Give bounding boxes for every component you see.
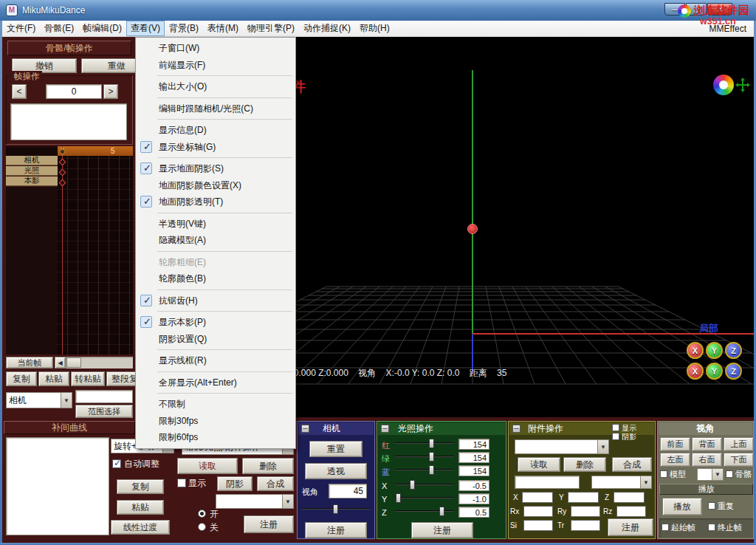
play-button[interactable]: 播放	[662, 498, 702, 515]
model-view-checkbox[interactable]	[660, 470, 667, 478]
axis-y-button[interactable]: Y	[706, 342, 723, 359]
light-z-slider[interactable]	[395, 507, 454, 516]
light-x-value[interactable]: -0.5	[458, 480, 489, 491]
model-shadow-button[interactable]: 阴影	[217, 476, 252, 491]
view-right-button[interactable]: 右面	[692, 453, 722, 467]
menubar-item-motion-capture[interactable]: 动作捕捉(K)	[299, 21, 355, 36]
menu-item-shadow-settings[interactable]: 阴影设置(Q)	[137, 331, 295, 348]
acc-ry-field[interactable]	[571, 506, 600, 517]
physics-off-radio[interactable]	[198, 523, 206, 531]
menu-item-ground-shadow-color[interactable]: 地面阴影颜色设置(X)	[137, 177, 295, 194]
frame-prev-button[interactable]: <	[12, 84, 27, 99]
menu-item-antialias[interactable]: 抗锯齿(H)	[137, 292, 295, 309]
acc-y-field[interactable]	[568, 492, 599, 503]
axis-z-button[interactable]: Z	[725, 342, 742, 359]
timeline-scrollbar-thumb[interactable]	[66, 357, 81, 368]
axis-x-button[interactable]: X	[687, 342, 704, 359]
menu-item-show-axis[interactable]: 显示坐标轴(G)	[137, 139, 295, 156]
menu-item-ground-shadow-transparent[interactable]: 地面阴影透明(T)	[137, 193, 295, 210]
menu-item-fps-60[interactable]: 限制60fps	[137, 429, 295, 446]
end-frame-checkbox[interactable]	[708, 524, 715, 531]
collapse-button[interactable]: ─	[381, 425, 389, 433]
interp-paste-button[interactable]: 粘贴	[117, 500, 164, 515]
accessory-load-button[interactable]: 读取	[518, 457, 560, 472]
accessory-display-checkbox[interactable]	[612, 424, 619, 431]
timeline-scroll-left-button[interactable]: ◀	[55, 357, 66, 369]
auto-adjust-checkbox[interactable]	[112, 459, 121, 468]
edit-target-select[interactable]: 相机 ▼	[6, 392, 72, 408]
bone-view-checkbox[interactable]	[726, 470, 733, 478]
menubar-item-file[interactable]: 文件(F)	[2, 21, 40, 36]
axis-z-button-local[interactable]: Z	[725, 363, 742, 380]
frame-next-button[interactable]: >	[103, 84, 118, 99]
light-blue-value[interactable]: 154	[458, 465, 489, 476]
timeline-scrollbar[interactable]	[66, 357, 133, 369]
model-register-button[interactable]: 注册	[244, 515, 294, 533]
menu-item-display-info[interactable]: 显示信息(D)	[137, 122, 295, 139]
view-left-button[interactable]: 左面	[660, 453, 690, 467]
menu-item-output-size[interactable]: 输出大小(O)	[137, 78, 295, 95]
axis-x-button-local[interactable]: X	[687, 363, 704, 380]
menu-item-outline-color[interactable]: 轮廓颜色(B)	[137, 270, 295, 287]
accessory-select[interactable]: ▼	[515, 439, 609, 454]
slider-thumb[interactable]	[429, 452, 434, 462]
slider-thumb[interactable]	[410, 480, 415, 490]
view-back-button[interactable]: 背面	[692, 437, 722, 451]
light-blue-slider[interactable]	[395, 465, 454, 475]
copy-button[interactable]: 复制	[6, 371, 37, 386]
menubar-item-expression[interactable]: 表情(M)	[203, 21, 243, 36]
menu-item-fullscreen[interactable]: 全屏显示(Alt+Enter)	[137, 374, 295, 391]
acc-si-field[interactable]	[523, 520, 553, 531]
menubar-item-physics[interactable]: 物理引擎(P)	[243, 21, 299, 36]
collapse-button[interactable]: ─	[512, 425, 520, 433]
accessory-shadow-checkbox[interactable]	[612, 433, 619, 440]
menu-item-semi-transparent[interactable]: 半透明(V键)	[137, 216, 295, 233]
acc-z-field[interactable]	[614, 492, 645, 503]
light-green-slider[interactable]	[395, 452, 454, 462]
repeat-checkbox[interactable]	[708, 502, 715, 510]
light-red-slider[interactable]	[395, 439, 454, 448]
acc-rx-field[interactable]	[523, 506, 553, 517]
model-display-checkbox[interactable]	[177, 479, 186, 487]
accessory-delete-button[interactable]: 删除	[563, 457, 606, 472]
accessory-merge-button[interactable]: 合成	[612, 457, 652, 472]
view-front-button[interactable]: 前面	[660, 437, 690, 451]
menu-item-fps-30[interactable]: 限制30fps	[137, 413, 295, 430]
fov-field[interactable]: 45	[329, 484, 367, 498]
light-red-value[interactable]: 154	[458, 439, 489, 450]
slider-thumb[interactable]	[333, 504, 338, 514]
accessory-bind-select[interactable]: ▼	[591, 476, 652, 489]
paste-button[interactable]: 粘贴	[38, 371, 69, 386]
interp-copy-button[interactable]: 复制	[117, 479, 164, 494]
origin-marker[interactable]	[467, 224, 478, 234]
model-sub-select[interactable]: ▼	[216, 494, 294, 509]
physics-on-radio[interactable]	[198, 510, 206, 518]
menubar-item-background[interactable]: 背景(B)	[165, 21, 203, 36]
bone-list-box[interactable]	[10, 103, 127, 140]
light-z-value[interactable]: 0.5	[458, 507, 489, 518]
menu-item-fps-unlimited[interactable]: 不限制	[137, 396, 295, 413]
axis-y-button-local[interactable]: Y	[706, 363, 723, 380]
range-value-field[interactable]	[75, 390, 133, 403]
model-view-select[interactable]: ▼	[697, 468, 724, 481]
menubar-item-view[interactable]: 查看(V)	[126, 21, 165, 36]
light-y-slider[interactable]	[395, 493, 454, 503]
collapse-button[interactable]: ─	[301, 425, 309, 433]
range-select-button[interactable]: 范围选择	[75, 405, 133, 418]
accessory-register-button[interactable]: 注册	[608, 518, 653, 536]
slider-thumb[interactable]	[396, 493, 401, 503]
timeline-row-camera[interactable]: 相机	[6, 156, 58, 165]
menu-item-wireframe[interactable]: 显示线框(R)	[137, 352, 295, 369]
camera-slider[interactable]	[302, 504, 370, 514]
current-frame-button[interactable]: 当前帧	[6, 357, 53, 369]
menu-item-follow-camera-light[interactable]: 编辑时跟随相机/光照(C)	[137, 100, 295, 117]
slider-thumb[interactable]	[439, 507, 444, 516]
reverse-paste-button[interactable]: 转粘贴	[71, 371, 105, 386]
acc-tr-field[interactable]	[571, 520, 600, 531]
menu-item-self-shadow[interactable]: 显示本影(P)	[137, 314, 295, 331]
model-load-button[interactable]: 读取	[177, 458, 238, 474]
interp-curve-canvas[interactable]	[6, 437, 109, 535]
menubar-item-help[interactable]: 帮助(H)	[355, 21, 394, 36]
timeline-row-light[interactable]: 光照	[6, 166, 58, 176]
model-merge-button[interactable]: 合成	[257, 476, 294, 491]
